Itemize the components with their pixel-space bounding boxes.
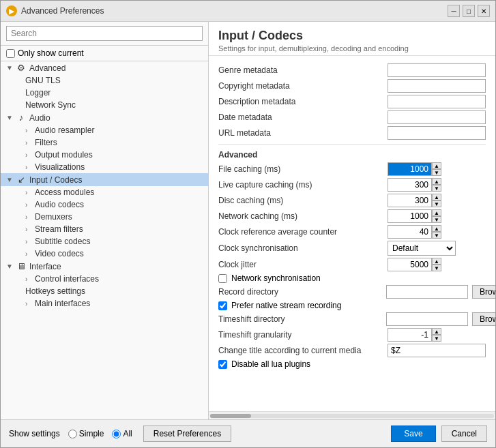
disable-lua-label: Disable all lua plugins (231, 359, 310, 369)
sidebar-item-filters[interactable]: › Filters (23, 136, 208, 149)
sidebar-item-input-codecs[interactable]: ▼ ↙ Input / Codecs (1, 173, 208, 186)
network-sync-label: Network Sync (25, 100, 76, 110)
chevron-right-icon: › (25, 127, 32, 134)
cancel-button[interactable]: Cancel (441, 425, 487, 442)
sidebar-item-network-sync[interactable]: Network Sync (23, 99, 208, 111)
radio-all[interactable] (112, 430, 121, 438)
sidebar-item-main-interfaces[interactable]: › Main interfaces (23, 297, 208, 310)
record-directory-browse-button[interactable]: Browse... (472, 285, 495, 299)
timeshift-granularity-up[interactable]: ▲ (432, 328, 441, 335)
page-title: Input / Codecs (218, 29, 486, 43)
sidebar-item-interface[interactable]: ▼ 🖥 Interface (1, 260, 208, 273)
genre-metadata-input[interactable] (388, 63, 486, 77)
sidebar-item-audio-resampler[interactable]: › Audio resampler (23, 124, 208, 136)
chevron-right-icon: › (25, 201, 32, 209)
sidebar-item-label: Advanced (29, 63, 205, 73)
date-metadata-input[interactable] (388, 110, 486, 124)
sidebar-item-logger[interactable]: Logger (23, 87, 208, 99)
record-directory-row: Record directory Browse... (218, 285, 486, 299)
show-settings-label: Show settings (9, 429, 60, 438)
radio-simple[interactable] (68, 430, 77, 438)
disc-caching-input[interactable] (388, 194, 432, 207)
radio-group: Simple All (68, 429, 132, 438)
sidebar-item-gnu-tls[interactable]: GNU TLS (23, 74, 208, 87)
sidebar-item-control-interfaces[interactable]: › Control interfaces (23, 273, 208, 285)
sidebar-item-audio[interactable]: ▼ ♪ Audio (1, 111, 208, 124)
radio-simple-item[interactable]: Simple (68, 429, 104, 438)
sidebar-item-video-codecs[interactable]: › Video codecs (23, 248, 208, 260)
clock-jitter-down[interactable]: ▼ (432, 265, 441, 271)
logger-label: Logger (25, 88, 50, 98)
clock-reference-down[interactable]: ▼ (432, 232, 441, 239)
disc-caching-spinner: ▲ ▼ (388, 194, 441, 207)
timeshift-directory-label: Timeshift directory (218, 314, 382, 324)
radio-all-item[interactable]: All (112, 429, 132, 438)
timeshift-directory-input[interactable] (386, 312, 468, 326)
sidebar-item-subtitle-codecs[interactable]: › Subtitle codecs (23, 235, 208, 248)
file-caching-input[interactable] (388, 162, 432, 176)
live-capture-down[interactable]: ▼ (432, 185, 441, 192)
save-button[interactable]: Save (391, 425, 435, 442)
disable-lua-checkbox[interactable] (218, 360, 227, 369)
main-interfaces-label: Main interfaces (35, 299, 90, 308)
network-caching-up[interactable]: ▲ (432, 209, 441, 216)
sidebar-item-audio-codecs[interactable]: › Audio codecs (23, 198, 208, 211)
network-sync-checkbox[interactable] (218, 274, 227, 283)
clock-reference-input[interactable] (388, 225, 432, 239)
description-metadata-row: Description metadata (218, 95, 486, 108)
file-caching-spinner: ▲ ▼ (388, 162, 441, 176)
timeshift-directory-row: Timeshift directory Browse... (218, 312, 486, 326)
chevron-right-icon: › (25, 250, 32, 258)
sidebar-item-visualizations[interactable]: › Visualizations (23, 161, 208, 173)
disc-caching-label: Disc caching (ms) (218, 196, 382, 205)
advanced-children: GNU TLS Logger Network Sync (1, 74, 208, 111)
clock-reference-up[interactable]: ▲ (432, 225, 441, 232)
timeshift-directory-browse-button[interactable]: Browse... (472, 312, 495, 326)
clock-sync-select[interactable]: Default Custom (388, 241, 456, 256)
audio-icon: ♪ (16, 113, 27, 123)
search-input[interactable] (6, 26, 203, 41)
reset-preferences-button[interactable]: Reset Preferences (143, 425, 231, 442)
left-panel: Only show current ▼ ⚙ Advanced GNU TLS L… (1, 22, 209, 419)
timeshift-granularity-input[interactable] (388, 328, 432, 342)
timeshift-granularity-row: Timeshift granularity ▲ ▼ (218, 328, 486, 342)
prefer-native-checkbox[interactable] (218, 301, 227, 310)
clock-jitter-up[interactable]: ▲ (432, 258, 441, 265)
description-metadata-input[interactable] (388, 95, 486, 108)
minimize-button[interactable]: ─ (448, 5, 460, 17)
sidebar-item-hotkeys-settings[interactable]: Hotkeys settings (23, 285, 208, 297)
record-directory-input[interactable] (386, 285, 468, 299)
window-title: Advanced Preferences (21, 6, 443, 16)
sidebar-item-advanced[interactable]: ▼ ⚙ Advanced (1, 61, 208, 74)
chevron-right-icon: › (25, 164, 32, 171)
copyright-metadata-input[interactable] (388, 79, 486, 93)
timeshift-granularity-down[interactable]: ▼ (432, 335, 441, 342)
sidebar-item-stream-filters[interactable]: › Stream filters (23, 223, 208, 235)
clock-jitter-input[interactable] (388, 258, 432, 271)
live-capture-up[interactable]: ▲ (432, 178, 441, 185)
network-caching-spinner: ▲ ▼ (388, 209, 441, 223)
url-metadata-input[interactable] (388, 126, 486, 140)
disc-caching-down[interactable]: ▼ (432, 200, 441, 207)
copyright-metadata-row: Copyright metadata (218, 79, 486, 93)
url-metadata-row: URL metadata (218, 126, 486, 140)
audio-codecs-label: Audio codecs (35, 200, 84, 209)
network-caching-input[interactable] (388, 209, 432, 223)
sidebar-item-demuxers[interactable]: › Demuxers (23, 211, 208, 223)
close-button[interactable]: ✕ (478, 5, 490, 17)
sidebar-item-access-modules[interactable]: › Access modules (23, 186, 208, 198)
file-caching-up[interactable]: ▲ (432, 162, 441, 169)
disc-caching-up[interactable]: ▲ (432, 194, 441, 200)
sidebar-item-output-modules[interactable]: › Output modules (23, 149, 208, 161)
live-capture-input[interactable] (388, 178, 432, 192)
video-codecs-label: Video codecs (35, 249, 84, 258)
file-caching-down[interactable]: ▼ (432, 169, 441, 176)
change-title-input[interactable] (388, 344, 486, 357)
show-current-checkbox[interactable] (6, 49, 15, 58)
control-interfaces-label: Control interfaces (35, 274, 99, 284)
interface-icon: 🖥 (16, 261, 27, 271)
maximize-button[interactable]: □ (463, 5, 475, 17)
network-caching-down[interactable]: ▼ (432, 216, 441, 223)
clock-reference-label: Clock reference average counter (218, 227, 382, 237)
horizontal-scrollbar[interactable] (209, 411, 495, 419)
